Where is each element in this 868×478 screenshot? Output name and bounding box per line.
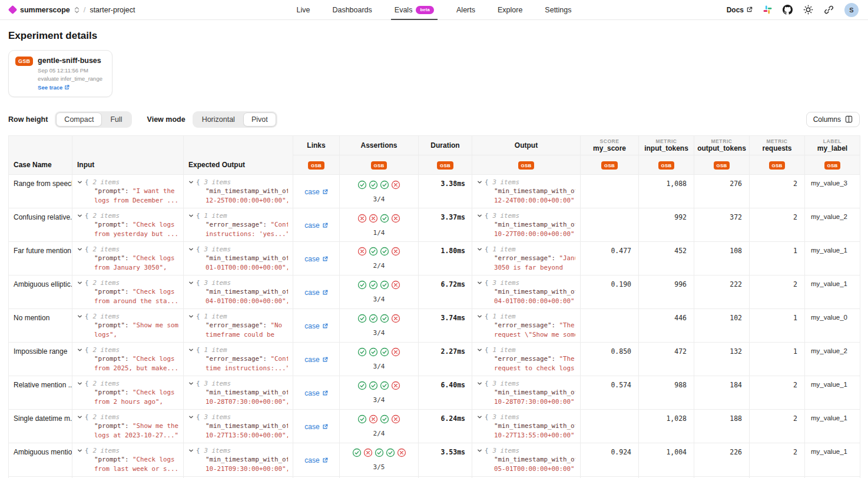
columns-button[interactable]: Columns: [806, 112, 860, 127]
column-header-output_tokens: METRICoutput_tokens: [694, 135, 750, 155]
expand-caret-icon[interactable]: [188, 381, 194, 386]
share-link-icon[interactable]: [824, 5, 834, 15]
expand-caret-icon[interactable]: [477, 180, 482, 185]
tab-dashboards[interactable]: Dashboards: [332, 0, 372, 19]
label-value: my_value_0: [805, 308, 860, 342]
expand-caret-icon[interactable]: [188, 180, 194, 185]
experiment-chip[interactable]: GSB: [518, 161, 535, 170]
score-value: 0.574: [581, 376, 639, 409]
expected-output-json: {3 items"min_timestamp_with_offset"01-01…: [188, 245, 288, 272]
case-name: Range from speech: [9, 175, 72, 208]
see-trace-link[interactable]: See trace: [38, 84, 102, 91]
expand-caret-icon[interactable]: [188, 213, 194, 218]
expand-caret-icon[interactable]: [477, 247, 482, 252]
external-link-icon: [322, 457, 328, 463]
row-height-full[interactable]: Full: [102, 112, 130, 127]
slack-icon[interactable]: [763, 5, 772, 14]
assertion-pass-icon: [369, 280, 378, 292]
org-selector-caret-icon[interactable]: [74, 6, 79, 14]
row-height-toggle: Compact Full: [55, 111, 131, 128]
case-link[interactable]: case: [304, 188, 327, 196]
column-header-my_score: SCOREmy_score: [581, 135, 639, 155]
table-row: Ambiguous mention{2 items"prompt": "Chec…: [9, 443, 860, 476]
expand-caret-icon[interactable]: [477, 213, 482, 218]
experiment-chip[interactable]: GSB: [714, 161, 730, 170]
expand-caret-icon[interactable]: [188, 347, 194, 353]
item-count: 3 items: [204, 413, 231, 421]
expand-caret-icon[interactable]: [77, 213, 82, 218]
expand-caret-icon[interactable]: [477, 314, 482, 319]
expand-caret-icon[interactable]: [477, 347, 482, 353]
theme-toggle-icon[interactable]: [803, 5, 813, 15]
expand-caret-icon[interactable]: [188, 314, 194, 319]
case-link[interactable]: case: [304, 288, 327, 297]
view-mode-pivot[interactable]: Pivot: [243, 112, 276, 127]
results-table-wrap: Case NameInputExpected OutputLinksAssert…: [8, 135, 860, 478]
expected-output-json: {1 item"error_message": "Conflictiinstru…: [188, 211, 288, 238]
output-json: {3 items"min_timestamp_with_offset"04-01…: [477, 278, 575, 306]
view-mode-horizontal[interactable]: Horizontal: [194, 112, 243, 127]
assertion-pass-icon: [357, 414, 367, 426]
expand-caret-icon[interactable]: [477, 381, 482, 386]
experiment-chip[interactable]: GSB: [824, 161, 841, 170]
input-json: {2 items"prompt": "Check logsfrom last w…: [77, 446, 178, 473]
assertions-cell: 3/4: [340, 342, 419, 376]
experiment-chip[interactable]: GSB: [658, 161, 675, 170]
tab-alerts[interactable]: Alerts: [456, 0, 475, 19]
assertions-cell: 1/4: [340, 208, 419, 242]
expand-caret-icon[interactable]: [477, 448, 482, 453]
expand-caret-icon[interactable]: [77, 247, 82, 252]
case-link[interactable]: case: [304, 221, 327, 230]
tab-settings[interactable]: Settings: [545, 0, 571, 19]
table-row: Confusing relative...{2 items"prompt": "…: [9, 208, 860, 242]
expected-output-json: {3 items"min_timestamp_with_offset"10-28…: [188, 379, 288, 406]
case-link[interactable]: case: [304, 423, 327, 431]
label-value: my_value_1: [805, 443, 860, 476]
item-count: 1 item: [493, 346, 516, 354]
expand-caret-icon[interactable]: [77, 180, 82, 185]
expand-caret-icon[interactable]: [188, 280, 194, 286]
tab-evals[interactable]: Evals beta: [395, 0, 434, 19]
expand-caret-icon[interactable]: [188, 414, 194, 420]
experiment-badge-cell: GSB: [581, 155, 639, 175]
case-link[interactable]: case: [304, 322, 327, 330]
org-switcher[interactable]: summerscope: [20, 6, 70, 14]
user-avatar[interactable]: S: [844, 3, 859, 17]
experiment-chip[interactable]: GSB: [308, 161, 324, 170]
results-table: Case NameInputExpected OutputLinksAssert…: [8, 135, 860, 478]
github-icon[interactable]: [783, 5, 793, 15]
expand-caret-icon[interactable]: [477, 414, 482, 420]
output-json: {3 items"min_timestamp_with_offset"10-28…: [477, 379, 575, 406]
expand-caret-icon[interactable]: [477, 280, 482, 286]
experiment-chip[interactable]: GSB: [371, 161, 387, 170]
expected-output-json: {1 item"error_message": "Conflictitime i…: [188, 346, 288, 373]
item-count: 2 items: [93, 413, 120, 421]
row-height-compact[interactable]: Compact: [56, 112, 102, 127]
project-name[interactable]: starter-project: [90, 6, 135, 14]
tab-live[interactable]: Live: [296, 0, 310, 19]
expand-caret-icon[interactable]: [77, 314, 82, 319]
tab-explore[interactable]: Explore: [498, 0, 522, 19]
case-link[interactable]: case: [304, 456, 327, 464]
experiment-chip[interactable]: GSB: [437, 161, 453, 170]
assertion-pass-icon: [380, 280, 389, 292]
case-link[interactable]: case: [304, 255, 327, 263]
expand-caret-icon[interactable]: [77, 414, 82, 420]
experiment-chip[interactable]: GSB: [769, 161, 786, 170]
output-tokens-value: 132: [694, 342, 750, 376]
expand-caret-icon[interactable]: [77, 280, 82, 286]
item-count: 3 items: [204, 245, 231, 254]
expand-caret-icon[interactable]: [188, 448, 194, 453]
expand-caret-icon[interactable]: [188, 247, 194, 252]
case-link[interactable]: case: [304, 356, 327, 364]
case-link[interactable]: case: [304, 389, 327, 397]
expand-caret-icon[interactable]: [77, 448, 82, 453]
docs-link[interactable]: Docs: [727, 6, 753, 14]
expand-caret-icon[interactable]: [77, 347, 82, 353]
assertion-ratio: 2/4: [341, 262, 417, 270]
assertion-pass-icon: [380, 180, 389, 192]
experiment-chip[interactable]: GSB: [601, 161, 618, 170]
expand-caret-icon[interactable]: [77, 381, 82, 386]
assertion-pass-icon: [386, 448, 395, 460]
experiment-timestamp: Sep 05 12:11:56 PM: [38, 67, 102, 75]
